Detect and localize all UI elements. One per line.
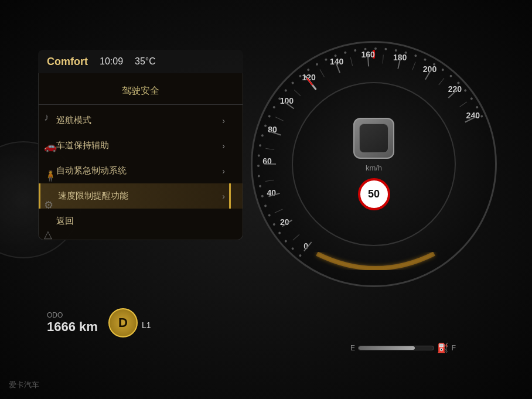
svg-point-52	[259, 144, 262, 147]
active-indicator-bar	[229, 183, 231, 209]
svg-point-41	[291, 247, 295, 251]
svg-line-29	[265, 180, 274, 181]
speed-gauge-outer: 0 0 20 40 60 80 100 120 140 160 180 200 …	[251, 41, 497, 287]
svg-point-78	[463, 89, 467, 93]
svg-point-45	[268, 214, 271, 217]
svg-point-55	[268, 115, 271, 118]
fuel-gauge: E ⛽ F	[350, 340, 456, 355]
svg-point-53	[261, 134, 264, 137]
dashboard: Comfort 10:09 35°C 驾驶安全 巡航模式 › 车道保持辅助 › …	[0, 0, 532, 399]
music-icon: ♪	[44, 111, 57, 124]
menu-item-lane-keep-label: 车道保持辅助	[56, 140, 109, 151]
svg-point-65	[344, 51, 347, 54]
menu-item-back-label: 返回	[56, 216, 74, 227]
svg-line-32	[294, 90, 301, 96]
speedometer: 0 0 20 40 60 80 100 120 140 160 180 200 …	[251, 41, 503, 293]
fuel-bar-fill	[359, 346, 415, 350]
drive-mode: Comfort	[47, 56, 88, 68]
sidebar-icons: ♪ 🚗 🧍 ⚙ △	[44, 111, 57, 241]
svg-point-47	[261, 195, 264, 197]
cruise-control-icon	[353, 118, 394, 159]
arrow-icon-lane-keep: ›	[222, 141, 225, 151]
gear-mode-label: L1	[142, 320, 151, 330]
svg-line-28	[275, 209, 283, 213]
svg-point-69	[384, 48, 387, 50]
svg-point-59	[291, 81, 295, 85]
svg-point-72	[414, 54, 417, 57]
menu-container: 驾驶安全 巡航模式 › 车道保持辅助 › 自动紧急制动系统 › 速度限制提醒功能…	[38, 73, 243, 240]
svg-point-40	[299, 254, 302, 257]
top-bar: Comfort 10:09 35°C	[38, 50, 243, 73]
svg-point-42	[284, 240, 288, 243]
car-icon: 🚗	[44, 140, 57, 153]
svg-point-44	[272, 223, 275, 226]
speed-limit-value: 50	[368, 188, 380, 200]
svg-point-63	[325, 58, 328, 61]
svg-line-39	[459, 102, 466, 107]
svg-line-35	[350, 57, 352, 66]
svg-line-22	[368, 54, 369, 66]
odo-value: 1666 km	[47, 319, 98, 335]
cruise-control-inner	[359, 124, 388, 153]
menu-title: 驾驶安全	[39, 79, 243, 105]
svg-point-58	[284, 89, 288, 93]
svg-point-60	[299, 74, 302, 78]
svg-point-48	[259, 185, 262, 187]
svg-point-62	[315, 63, 318, 66]
svg-line-34	[320, 69, 325, 77]
arrow-icon-cruise: ›	[222, 116, 225, 125]
svg-point-49	[258, 175, 260, 177]
triangle-icon: △	[44, 228, 57, 241]
svg-point-80	[475, 105, 478, 108]
svg-point-68	[374, 47, 377, 50]
menu-item-auto-brake[interactable]: 自动紧急制动系统 ›	[39, 158, 243, 183]
speed-unit: km/h	[366, 163, 382, 172]
svg-point-54	[264, 124, 267, 127]
menu-item-lane-keep[interactable]: 车道保持辅助 ›	[39, 133, 243, 158]
svg-line-38	[439, 78, 444, 85]
svg-point-70	[394, 49, 397, 52]
svg-point-76	[449, 74, 453, 78]
svg-point-50	[257, 165, 260, 167]
clock: 10:09	[100, 56, 123, 67]
svg-point-46	[264, 204, 267, 207]
svg-line-30	[265, 148, 274, 149]
menu-item-back[interactable]: 返回	[39, 209, 243, 234]
settings-icon: ⚙	[44, 199, 57, 212]
svg-point-73	[424, 58, 427, 61]
speed-limit-sign: 50	[358, 178, 390, 210]
svg-point-81	[480, 115, 483, 118]
svg-line-27	[293, 234, 299, 240]
svg-point-51	[258, 154, 260, 156]
drive-gear-letter: D	[118, 315, 128, 330]
menu-item-cruise[interactable]: 巡航模式 ›	[39, 108, 243, 133]
fuel-bar-container	[358, 346, 434, 350]
arrow-icon-speed-limit: ›	[222, 192, 225, 201]
watermark: 爱卡汽车	[9, 380, 39, 390]
svg-line-36	[383, 54, 383, 63]
svg-point-56	[272, 105, 275, 108]
odo-label: ODO	[47, 311, 98, 319]
menu-item-speed-limit[interactable]: 速度限制提醒功能 ›	[39, 183, 243, 209]
drive-gear-badge: D	[108, 308, 138, 337]
svg-point-79	[470, 97, 473, 100]
svg-line-31	[275, 117, 283, 121]
menu-item-auto-brake-label: 自动紧急制动系统	[56, 165, 127, 176]
fuel-pump-icon: ⛽	[437, 342, 449, 353]
fuel-label-f: F	[452, 344, 456, 352]
speed-gauge-inner: km/h 50	[292, 82, 456, 246]
arrow-icon-auto-brake: ›	[222, 166, 225, 176]
svg-point-43	[278, 231, 281, 235]
temperature: 35°C	[135, 56, 156, 67]
svg-point-75	[441, 68, 445, 71]
svg-line-37	[412, 62, 415, 70]
odo-display: ODO 1666 km	[47, 311, 98, 335]
menu-item-speed-limit-label: 速度限制提醒功能	[58, 190, 128, 202]
menu-item-cruise-label: 巡航模式	[56, 115, 91, 126]
svg-point-61	[306, 68, 310, 71]
person-warning-icon: 🧍	[44, 169, 57, 182]
fuel-label-e: E	[350, 344, 355, 352]
svg-point-66	[354, 49, 357, 52]
